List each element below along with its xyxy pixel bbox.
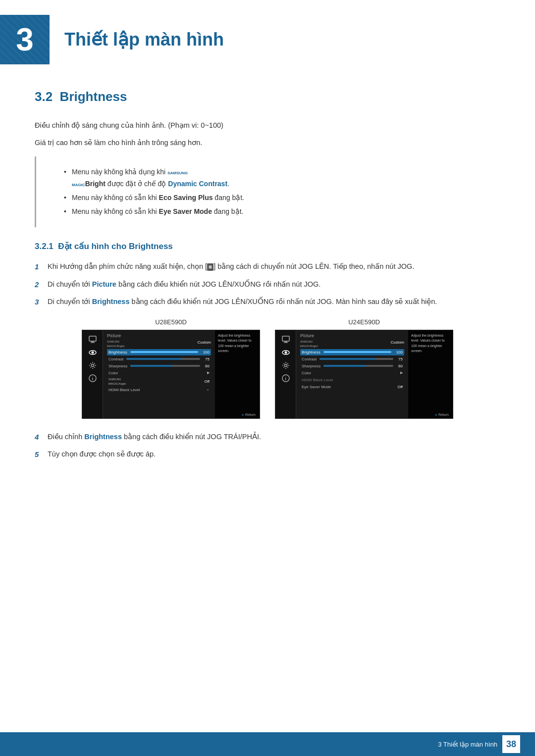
section-heading: 3.2 Brightness (35, 89, 500, 107)
osd-menu-title-2: Picture (300, 333, 404, 338)
svg-rect-1 (91, 342, 94, 343)
notes-list: Menu này không khả dụng khi SAMSUNGMAGIC… (64, 166, 500, 217)
footer-page: 38 (502, 735, 520, 753)
chapter-number: 3 (16, 21, 34, 58)
svg-rect-9 (284, 342, 287, 343)
svg-rect-8 (282, 336, 289, 341)
intro-text-2: Giá trị cao hơn sẽ làm cho hình ảnh trôn… (35, 137, 500, 149)
content-area: 3.2 Brightness Điều chỉnh độ sáng chung … (0, 89, 535, 505)
page-header: 3 Thiết lập màn hình (0, 0, 535, 74)
osd-menu-2: Picture SAMSUNGMAGICBright Custom Bright… (296, 330, 408, 418)
osd-sidebar-1: i (82, 330, 103, 418)
osd-item-sharpness-2: Sharpness 60 (300, 363, 404, 369)
osd-item-color-1: Color ▶ (107, 370, 211, 376)
osd-item-angle-1: SAMSUNGMAGICAngle Off (107, 377, 211, 386)
steps-after-list: 4 Điều chỉnh Brightness bằng cách điều k… (35, 431, 500, 461)
info-icon-2: i (280, 374, 292, 383)
osd-item-contrast-2: Contrast 75 (300, 356, 404, 362)
step-1: 1 Khi Hướng dẫn phím chức năng xuất hiện… (35, 260, 500, 273)
settings-icon (87, 361, 99, 370)
chapter-title: Thiết lập màn hình (64, 29, 224, 50)
step-4: 4 Điều chỉnh Brightness bằng cách điều k… (35, 431, 500, 444)
chapter-number-block: 3 (0, 15, 50, 64)
svg-point-4 (91, 351, 94, 353)
steps-list: 1 Khi Hướng dẫn phím chức năng xuất hiện… (35, 260, 500, 308)
svg-point-5 (91, 364, 94, 366)
sub-section-heading: 3.2.1 Đặt cấu hình cho Brightness (35, 241, 500, 252)
note-item-3: Menu này không có sẵn khi Eye Saver Mode… (64, 206, 500, 218)
monitor-screenshot-1: i Picture SAMSUNGMAGICBright Custom Brig… (82, 330, 260, 419)
monitor-label-1: U28E590D (155, 318, 187, 326)
osd-hint-1: Adjust the brightness level. Values clos… (215, 330, 260, 418)
osd-menu-1: Picture SAMSUNGMAGICBright Custom Bright… (103, 330, 215, 418)
svg-rect-0 (89, 336, 96, 341)
osd-magic-bright-2: SAMSUNGMAGICBright Custom (300, 340, 404, 348)
osd-magic-bright-1: SAMSUNGMAGICBright Custom (107, 340, 211, 348)
step-5-text: Tùy chọn được chọn sẽ được áp. (48, 448, 500, 460)
osd-container-1: i Picture SAMSUNGMAGICBright Custom Brig… (82, 330, 260, 419)
note-item-2: Menu này không có sẵn khi Eco Saving Plu… (64, 192, 500, 204)
monitor-label-2: U24E590D (348, 318, 380, 326)
info-icon: i (87, 374, 99, 383)
step-5: 5 Tùy chọn được chọn sẽ được áp. (35, 448, 500, 461)
monitor-icon-2 (280, 335, 292, 344)
osd-item-brightness-2: Brightness 100 (300, 349, 404, 355)
eye-icon-2 (280, 348, 292, 357)
osd-item-brightness-1: Brightness 100 (107, 349, 211, 355)
monitor-icon (87, 335, 99, 344)
step-3: 3 Di chuyển tới Brightness bằng cách điề… (35, 296, 500, 308)
osd-menu-title-1: Picture (107, 333, 211, 338)
osd-sidebar-2: i (275, 330, 296, 418)
page-footer: 3 Thiết lập màn hình 38 (0, 732, 535, 756)
monitors-area: U28E590D (35, 318, 500, 419)
osd-item-color-2: Color ▶ (300, 370, 404, 376)
intro-text-1: Điều chỉnh độ sáng chung của hình ảnh. (… (35, 119, 500, 132)
eye-icon (87, 348, 99, 357)
svg-text:i: i (92, 376, 93, 381)
monitor-u24e590d: U24E590D i (275, 318, 453, 419)
svg-point-13 (284, 364, 287, 366)
footer-text: 3 Thiết lập màn hình (438, 741, 497, 748)
jog-icon: ⊞ (207, 263, 214, 271)
monitor-u28e590d: U28E590D (82, 318, 260, 419)
note-item-1: Menu này không khả dụng khi SAMSUNGMAGIC… (64, 166, 500, 190)
svg-point-12 (284, 351, 287, 353)
svg-rect-2 (90, 342, 95, 343)
osd-container-2: i Picture SAMSUNGMAGICBright Custom Brig… (275, 330, 453, 419)
osd-item-eyesaver-2: Eye Saver Mode Off (300, 384, 404, 390)
osd-item-hdmi-2: HDMI Black Level (300, 377, 404, 383)
osd-item-hdmi-1: HDMI Black Level ▼ (107, 387, 211, 393)
osd-return-2: ◄ Return (434, 413, 449, 416)
monitor-screenshot-2: i Picture SAMSUNGMAGICBright Custom Brig… (275, 330, 453, 419)
osd-item-sharpness-1: Sharpness 60 (107, 363, 211, 369)
step-2: 2 Di chuyển tới Picture bằng cách điều k… (35, 278, 500, 291)
notes-box: Menu này không khả dụng khi SAMSUNGMAGIC… (35, 156, 500, 227)
osd-item-contrast-1: Contrast 75 (107, 356, 211, 362)
osd-hint-2: Adjust the brightness level. Values clos… (408, 330, 453, 418)
settings-icon-2 (280, 361, 292, 370)
svg-text:i: i (285, 376, 286, 381)
osd-return-1: ◄ Return (241, 413, 256, 416)
svg-rect-10 (283, 342, 288, 343)
